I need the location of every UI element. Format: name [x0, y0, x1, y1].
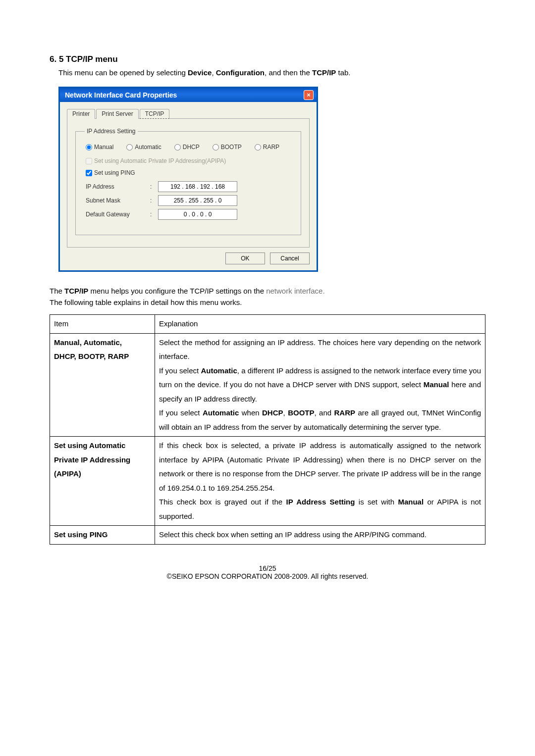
gateway-field[interactable]: 0 . 0 . 0 . 0 [158, 209, 237, 220]
text: is set with [355, 498, 398, 506]
explain-table: Item Explanation Manual, Automatic, DHCP… [50, 314, 485, 545]
radio-bootp[interactable]: BOOTP [213, 144, 242, 151]
dialog-body: Printer Print Server TCP/IP IP Address S… [60, 102, 317, 270]
intro-text: , [212, 68, 215, 77]
text-bold: RARP [334, 408, 356, 417]
colon: : [150, 197, 158, 204]
text-bold: IP Address Setting [286, 498, 355, 506]
text: If you select [159, 408, 203, 417]
ip-address-field[interactable]: 192 . 168 . 192 . 168 [158, 181, 237, 192]
cell-item: Manual, Automatic, DHCP, BOOTP, RARP [50, 333, 155, 437]
cell-item: Set using Automatic Private IP Addressin… [50, 437, 155, 526]
intro-paragraph: This menu can be opened by selecting Dev… [58, 68, 485, 77]
tab-tcpip[interactable]: TCP/IP [140, 109, 170, 119]
footer: 16/25 ©SEIKO EPSON CORPORATION 2008-2009… [50, 564, 485, 580]
radio-label: DHCP [183, 144, 200, 151]
intro-text: This menu can be opened by selecting [58, 68, 188, 77]
ok-button[interactable]: OK [225, 252, 265, 264]
text-grey: network interface. [266, 287, 324, 295]
text: Select the method for assigning an IP ad… [159, 338, 481, 361]
cancel-button[interactable]: Cancel [270, 252, 310, 264]
item-text: DHCP, BOOTP, RARP [54, 352, 129, 360]
checkbox-ping[interactable]: Set using PING [86, 169, 292, 176]
intro-bold-1: Device [188, 68, 212, 77]
cell-explanation: Select the method for assigning an IP ad… [155, 333, 485, 437]
table-row: Set using Automatic Private IP Addressin… [50, 437, 485, 526]
text: This check box is grayed out if the [159, 498, 286, 506]
radio-label: RARP [263, 144, 279, 151]
row-gw: Default Gateway : 0 . 0 . 0 . 0 [86, 209, 292, 220]
copyright: ©SEIKO EPSON CORPORATION 2008-2009. All … [50, 572, 485, 580]
close-icon[interactable]: × [304, 90, 314, 100]
tab-printer[interactable]: Printer [67, 109, 95, 119]
text-bold: Manual [424, 380, 449, 389]
intro-text: , and then the [265, 68, 312, 77]
table-header-row: Item Explanation [50, 315, 485, 334]
intro-text: tab. [336, 68, 350, 77]
label-gateway: Default Gateway [86, 211, 150, 218]
radio-label: Manual [94, 144, 113, 151]
dialog-buttons: OK Cancel [67, 252, 310, 264]
radio-automatic[interactable]: Automatic [126, 144, 161, 151]
radio-manual[interactable]: Manual [86, 144, 113, 151]
text-bold: Automatic [201, 366, 237, 375]
item-text: Set using Automatic [54, 441, 125, 450]
header-item: Item [50, 315, 155, 334]
radio-row: Manual Automatic DHCP BOOTP RARP [86, 144, 292, 151]
radio-label: Automatic [135, 144, 161, 151]
radio-label: BOOTP [221, 144, 242, 151]
radio-automatic-input[interactable] [126, 144, 133, 151]
header-explanation: Explanation [155, 315, 485, 334]
colon: : [150, 183, 158, 190]
table-row: Manual, Automatic, DHCP, BOOTP, RARP Sel… [50, 333, 485, 437]
text-bold: DHCP [262, 408, 283, 417]
text-bold: Automatic [203, 408, 239, 417]
item-text: Set using PING [54, 530, 107, 539]
label-subnet: Subnet Mask [86, 197, 150, 204]
checkbox-apipa-label: Set using Automatic Private IP Addressin… [94, 157, 226, 164]
checkbox-ping-label: Set using PING [94, 169, 135, 176]
desc-2: The following table explains in detail h… [50, 298, 485, 306]
radio-rarp[interactable]: RARP [255, 144, 279, 151]
tab-pane: IP Address Setting Manual Automatic DHCP… [67, 118, 310, 248]
dialog-title: Network Interface Card Properties [65, 89, 177, 101]
checkbox-ping-input[interactable] [86, 170, 92, 176]
text: , [283, 408, 288, 417]
item-text: (APIPA) [54, 469, 81, 478]
label-ip: IP Address [86, 183, 150, 190]
colon: : [150, 211, 158, 218]
radio-dhcp[interactable]: DHCP [174, 144, 200, 151]
checkbox-apipa: Set using Automatic Private IP Addressin… [86, 157, 292, 164]
intro-bold-2: Configuration [216, 68, 265, 77]
page-number: 16/25 [50, 564, 485, 572]
radio-dhcp-input[interactable] [174, 144, 181, 151]
intro-bold-3: TCP/IP [312, 68, 336, 77]
desc-1: The TCP/IP menu helps you configure the … [50, 287, 485, 295]
row-ip: IP Address : 192 . 168 . 192 . 168 [86, 181, 292, 192]
text: If this check box is selected, a private… [159, 441, 481, 492]
text-bold: Manual [398, 498, 424, 506]
radio-manual-input[interactable] [86, 144, 92, 151]
dialog-window: Network Interface Card Properties × Prin… [58, 87, 318, 272]
cell-explanation: Select this check box when setting an IP… [155, 526, 485, 545]
text: , and [314, 408, 334, 417]
item-text: Private IP Addressing [54, 455, 130, 464]
text-bold: TCP/IP [64, 287, 88, 295]
radio-bootp-input[interactable] [213, 144, 219, 151]
titlebar: Network Interface Card Properties × [60, 88, 317, 102]
table-row: Set using PING Select this check box whe… [50, 526, 485, 545]
subnet-mask-field[interactable]: 255 . 255 . 255 . 0 [158, 195, 237, 206]
group-legend: IP Address Setting [85, 128, 138, 135]
tab-print-server[interactable]: Print Server [96, 109, 138, 119]
item-text: Manual, Automatic, [54, 338, 122, 347]
cell-explanation: If this check box is selected, a private… [155, 437, 485, 526]
text: If you select [159, 366, 201, 375]
section-heading: 6. 5 TCP/IP menu [50, 54, 485, 64]
text: when [239, 408, 262, 417]
tabs: Printer Print Server TCP/IP [67, 109, 310, 119]
text: The [50, 287, 64, 295]
radio-rarp-input[interactable] [255, 144, 261, 151]
text: menu helps you configure the TCP/IP sett… [88, 287, 266, 295]
cell-item: Set using PING [50, 526, 155, 545]
row-mask: Subnet Mask : 255 . 255 . 255 . 0 [86, 195, 292, 206]
